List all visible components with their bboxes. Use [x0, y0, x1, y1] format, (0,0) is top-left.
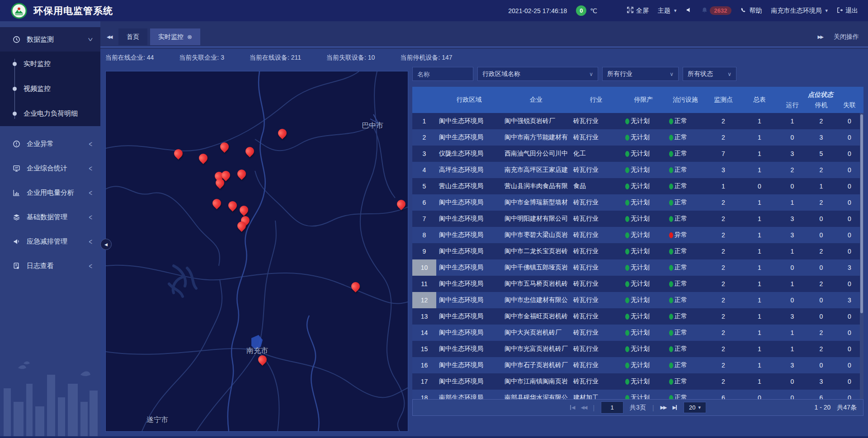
cell-region: 高坪生态环境局 — [436, 162, 502, 178]
cell-run: 0 — [778, 259, 807, 276]
green-status-dot — [625, 265, 629, 271]
sidebar-item-power-load-detail[interactable]: 企业电力负荷明细 — [0, 101, 100, 126]
table-row[interactable]: 13阆中生态环境局阆中市金福旺页岩机砖砖瓦行业无计划正常21300 — [412, 308, 863, 325]
cell-run: 1 — [778, 276, 807, 292]
cell-no: 17 — [412, 373, 436, 390]
green-status-dot — [669, 184, 673, 189]
org-menu-button[interactable]: 南充市生态环境局 ▾ — [771, 7, 828, 15]
sidebar-item-data-monitoring[interactable]: 数据监测 < — [0, 27, 100, 52]
stat-online-devices: 当前在线设备211 — [250, 54, 301, 62]
table-row[interactable]: 12阆中生态环境局阆中市忠信建材有限公砖瓦行业无计划正常21003 — [412, 292, 863, 308]
map-pin-icon[interactable] — [349, 280, 362, 292]
table-row[interactable]: 8阆中生态环境局阆中市枣碧大梁山页岩砖瓦行业无计划异常21300 — [412, 227, 863, 243]
map-pin-icon[interactable] — [244, 145, 256, 157]
table-row[interactable]: 16阆中生态环境局阆中市石子页岩机砖厂砖瓦行业无计划正常21300 — [412, 357, 863, 373]
cell-stop: 3 — [807, 373, 835, 390]
notification-area[interactable]: 2632 — [701, 6, 732, 15]
cell-region: 阆中生态环境局 — [436, 373, 502, 390]
table-row[interactable]: 14阆中生态环境局阆中大兴页岩机砖厂砖瓦行业无计划正常21120 — [412, 325, 863, 341]
table-row[interactable]: 2阆中生态环境局阆中市南方节能建材有砖瓦行业无计划正常21030 — [412, 129, 863, 146]
sidebar-item-realtime-monitoring[interactable]: 实时监控 — [0, 52, 100, 76]
tab-close-icon[interactable]: ⊗ — [187, 33, 192, 40]
tab-home[interactable]: 首页 — [118, 28, 147, 45]
table-row[interactable]: 3仪陇生态环境局西南油气田分公司川中化工无计划正常71350 — [412, 146, 863, 162]
fullscreen-button[interactable]: 全屏 — [627, 7, 649, 15]
cell-industry: 砖瓦行业 — [571, 292, 622, 308]
map-pin-icon[interactable] — [197, 152, 209, 164]
exit-button[interactable]: 退出 — [837, 7, 858, 15]
collapse-map-button[interactable]: ◀ — [100, 239, 112, 250]
map-pin-icon[interactable] — [276, 127, 288, 139]
sidebar-item-basic-data-management[interactable]: 基础数据管理 < — [0, 205, 100, 229]
cell-pollution: 正常 — [665, 308, 705, 325]
sidebar-item-power-usage-analysis[interactable]: 企业用电量分析 < — [0, 180, 100, 205]
cell-stop: 2 — [807, 194, 835, 211]
cell-production: 无计划 — [622, 243, 665, 259]
cell-industry: 砖瓦行业 — [571, 276, 622, 292]
cell-region: 阆中生态环境局 — [436, 211, 502, 227]
map-pin-icon[interactable] — [218, 141, 231, 153]
table-row[interactable]: 11阆中生态环境局阆中市五马桥页岩机砖砖瓦行业无计划正常21120 — [412, 276, 863, 292]
sidebar: 数据监测 < 实时监控 视频监控 企业电力负荷明细 企业异常 < 企业综合统计 … — [0, 21, 100, 438]
map-pin-icon[interactable] — [226, 199, 239, 212]
status-filter-select[interactable]: 所有状态 ∨ — [683, 67, 736, 81]
map-pin-icon[interactable] — [238, 204, 250, 216]
last-page-button[interactable]: ▶ — [672, 405, 677, 410]
map-pin-icon[interactable] — [236, 168, 248, 180]
table-row[interactable]: 9阆中生态环境局阆中市二龙长宝页岩砖砖瓦行业无计划正常21120 — [412, 243, 863, 259]
page-size-value: 20 — [689, 404, 695, 411]
help-button[interactable]: 帮助 — [741, 7, 762, 15]
cell-stop: 0 — [807, 259, 835, 276]
theme-menu-button[interactable]: 主题 ▾ — [658, 7, 677, 15]
tabs-scroll-left-button[interactable]: ◀◀ — [107, 28, 112, 45]
next-page-button[interactable]: ▶▶ — [660, 405, 666, 410]
region-filter-select[interactable]: 行政区域名称 ∨ — [477, 67, 598, 81]
map-pin-icon[interactable] — [211, 197, 223, 209]
cell-industry: 食品 — [571, 178, 622, 194]
green-status-dot — [625, 379, 629, 385]
table-row[interactable]: 17阆中生态环境局阆中市江南镇阆南页岩砖瓦行业无计划正常21030 — [412, 373, 863, 390]
cell-production: 无计划 — [622, 373, 665, 390]
table-row[interactable]: 15阆中生态环境局阆中市光富页岩机砖厂砖瓦行业无计划正常21120 — [412, 341, 863, 357]
tab-realtime-monitoring[interactable]: 实时监控 ⊗ — [150, 28, 200, 45]
previous-page-button[interactable]: ◀◀ — [581, 405, 587, 410]
sidebar-item-enterprise-abnormal[interactable]: 企业异常 < — [0, 132, 100, 156]
cell-no: 3 — [412, 146, 436, 162]
notification-badge[interactable]: 2632 — [710, 6, 732, 15]
name-filter-input[interactable] — [412, 67, 473, 81]
table-row[interactable]: 4高坪生态环境局南充市高坪区王家店建砖瓦行业无计划正常31220 — [412, 162, 863, 178]
cell-no: 8 — [412, 227, 436, 243]
map-pin-icon[interactable] — [395, 198, 407, 210]
stat-label: 当前在线企业 — [105, 54, 147, 61]
stat-label: 当前失联企业 — [179, 54, 221, 61]
tabs-scroll-right-button[interactable]: ▶▶ — [818, 34, 823, 39]
scrollbar-thumb[interactable] — [860, 114, 863, 313]
first-page-button[interactable]: ◀ — [570, 405, 574, 410]
table-row[interactable]: 7阆中生态环境局阆中明阳建材有限公司砖瓦行业无计划正常21300 — [412, 211, 863, 227]
industry-filter-select[interactable]: 所有行业 ∨ — [602, 67, 679, 81]
close-operations-button[interactable]: 关闭操作 — [834, 33, 859, 41]
record-range-label: 1 - 20 — [815, 404, 831, 412]
cell-production: 无计划 — [622, 146, 665, 162]
table-row[interactable]: 6阆中生态环境局阆中市金博瑞新型墙材砖瓦行业无计划正常21120 — [412, 194, 863, 211]
page-size-select[interactable]: 20 ▾ — [684, 402, 706, 413]
sound-icon[interactable] — [686, 7, 692, 14]
cell-region: 阆中生态环境局 — [436, 308, 502, 325]
cell-monitor: 2 — [705, 227, 741, 243]
page-number-input[interactable] — [601, 401, 623, 414]
cell-pollution: 正常 — [665, 259, 705, 276]
sidebar-item-enterprise-statistics[interactable]: 企业综合统计 < — [0, 156, 100, 180]
table-row[interactable]: 1阆中生态环境局阆中强锐页岩砖厂砖瓦行业无计划正常21120 — [412, 113, 863, 129]
table-row[interactable]: 10阆中生态环境局阆中千佛镇五郎垭页岩砖瓦行业无计划正常21003 — [412, 259, 863, 276]
pagination-separator: | — [652, 404, 654, 411]
cell-region: 阆中生态环境局 — [436, 227, 502, 243]
stat-label: 当前在线设备 — [250, 54, 291, 61]
sidebar-item-log-view[interactable]: 日志查看 < — [0, 254, 100, 278]
sidebar-item-emergency-reduction[interactable]: 应急减排管理 < — [0, 229, 100, 254]
map-pin-icon[interactable] — [172, 147, 184, 160]
table-row[interactable]: 18南部生态环境局南部县砚华水泥有限公建材加工无计划正常60060 — [412, 390, 863, 399]
map-panel[interactable]: 巴中市南充市遂宁市 ◀ — [105, 71, 408, 432]
sidebar-item-video-monitoring[interactable]: 视频监控 — [0, 76, 100, 101]
cell-industry: 砖瓦行业 — [571, 243, 622, 259]
table-row[interactable]: 5营山生态环境局营山县润丰肉食品有限食品无计划正常10010 — [412, 178, 863, 194]
